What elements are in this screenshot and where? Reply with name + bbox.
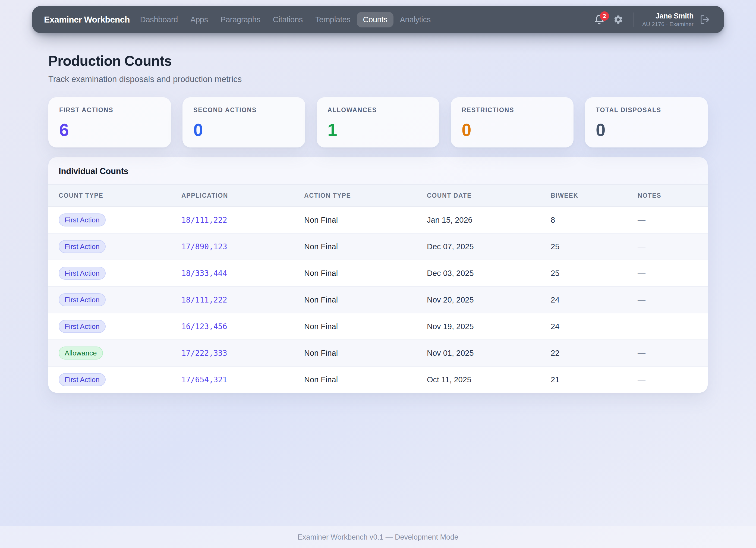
stat-label: FIRST ACTIONS bbox=[59, 106, 160, 114]
application-link[interactable]: 18/111,222 bbox=[181, 295, 227, 304]
main-content: Production Counts Track examination disp… bbox=[48, 33, 708, 393]
page-title: Production Counts bbox=[48, 53, 708, 69]
biweek-cell: 25 bbox=[540, 260, 627, 286]
table-row: First Action 16/123,456 Non Final Nov 19… bbox=[48, 313, 708, 340]
nav-item-citations[interactable]: Citations bbox=[267, 12, 309, 27]
count-date-cell: Jan 15, 2026 bbox=[417, 207, 540, 233]
count-type-badge: First Action bbox=[59, 213, 106, 226]
user-info[interactable]: Jane Smith AU 2176 · Examiner bbox=[642, 11, 694, 28]
biweek-cell: 8 bbox=[540, 207, 627, 233]
user-name: Jane Smith bbox=[642, 11, 694, 21]
logout-button[interactable] bbox=[698, 12, 712, 27]
biweek-cell: 24 bbox=[540, 313, 627, 340]
application-link[interactable]: 17/222,333 bbox=[181, 349, 227, 358]
notes-cell: — bbox=[627, 340, 708, 366]
top-nav: Examiner Workbench DashboardAppsParagrap… bbox=[32, 6, 724, 33]
stat-card-first-actions: FIRST ACTIONS 6 bbox=[48, 97, 171, 147]
stat-value: 6 bbox=[59, 121, 160, 139]
action-type-cell: Non Final bbox=[294, 286, 417, 313]
notes-cell: — bbox=[627, 313, 708, 340]
table-header-row: COUNT TYPEAPPLICATIONACTION TYPECOUNT DA… bbox=[48, 185, 708, 207]
logout-icon bbox=[700, 14, 710, 25]
stat-card-restrictions: RESTRICTIONS 0 bbox=[451, 97, 574, 147]
count-type-badge: First Action bbox=[59, 373, 106, 386]
page-subtitle: Track examination disposals and producti… bbox=[48, 74, 708, 84]
nav-item-counts[interactable]: Counts bbox=[357, 12, 393, 27]
notes-cell: — bbox=[627, 286, 708, 313]
column-header-application: APPLICATION bbox=[171, 185, 294, 207]
count-type-badge: First Action bbox=[59, 267, 106, 280]
nav-item-dashboard[interactable]: Dashboard bbox=[134, 12, 184, 27]
table-row: First Action 18/111,222 Non Final Nov 20… bbox=[48, 286, 708, 313]
counts-table: COUNT TYPEAPPLICATIONACTION TYPECOUNT DA… bbox=[48, 184, 708, 393]
nav-item-analytics[interactable]: Analytics bbox=[394, 12, 437, 27]
application-link[interactable]: 18/333,444 bbox=[181, 269, 227, 278]
count-date-cell: Oct 11, 2025 bbox=[417, 366, 540, 393]
stat-value: 1 bbox=[327, 121, 429, 139]
count-date-cell: Dec 03, 2025 bbox=[417, 260, 540, 286]
stat-value: 0 bbox=[462, 121, 563, 139]
stat-label: TOTAL DISPOSALS bbox=[596, 106, 697, 114]
action-type-cell: Non Final bbox=[294, 366, 417, 393]
count-date-cell: Nov 01, 2025 bbox=[417, 340, 540, 366]
application-link[interactable]: 18/111,222 bbox=[181, 216, 227, 225]
table-title: Individual Counts bbox=[59, 166, 697, 176]
column-header-count-type: COUNT TYPE bbox=[48, 185, 171, 207]
count-type-badge: First Action bbox=[59, 320, 106, 333]
count-date-cell: Nov 19, 2025 bbox=[417, 313, 540, 340]
notes-cell: — bbox=[627, 233, 708, 260]
stat-value: 0 bbox=[193, 121, 294, 139]
user-meta: AU 2176 · Examiner bbox=[642, 21, 694, 28]
column-header-count-date: COUNT DATE bbox=[417, 185, 540, 207]
table-row: First Action 17/890,123 Non Final Dec 07… bbox=[48, 233, 708, 260]
biweek-cell: 22 bbox=[540, 340, 627, 366]
stat-label: ALLOWANCES bbox=[327, 106, 429, 114]
nav-links: DashboardAppsParagraphsCitationsTemplate… bbox=[134, 12, 437, 27]
notes-cell: — bbox=[627, 366, 708, 393]
table-card-header: Individual Counts bbox=[48, 157, 708, 184]
gear-icon bbox=[613, 15, 623, 24]
application-link[interactable]: 17/890,123 bbox=[181, 242, 227, 251]
stat-card-allowances: ALLOWANCES 1 bbox=[317, 97, 439, 147]
footer-text: Examiner Workbench v0.1 — Development Mo… bbox=[298, 533, 458, 541]
action-type-cell: Non Final bbox=[294, 207, 417, 233]
action-type-cell: Non Final bbox=[294, 340, 417, 366]
application-link[interactable]: 17/654,321 bbox=[181, 375, 227, 384]
notes-cell: — bbox=[627, 207, 708, 233]
count-type-badge: First Action bbox=[59, 240, 106, 253]
action-type-cell: Non Final bbox=[294, 260, 417, 286]
column-header-notes: NOTES bbox=[627, 185, 708, 207]
column-header-biweek: BIWEEK bbox=[540, 185, 627, 207]
stat-label: RESTRICTIONS bbox=[462, 106, 563, 114]
table-row: Allowance 17/222,333 Non Final Nov 01, 2… bbox=[48, 340, 708, 366]
nav-item-apps[interactable]: Apps bbox=[184, 12, 214, 27]
stat-label: SECOND ACTIONS bbox=[193, 106, 294, 114]
count-type-badge: Allowance bbox=[59, 347, 103, 360]
app-title: Examiner Workbench bbox=[44, 15, 130, 25]
count-date-cell: Dec 07, 2025 bbox=[417, 233, 540, 260]
stat-value: 0 bbox=[596, 121, 697, 139]
biweek-cell: 21 bbox=[540, 366, 627, 393]
application-link[interactable]: 16/123,456 bbox=[181, 322, 227, 331]
count-date-cell: Nov 20, 2025 bbox=[417, 286, 540, 313]
nav-divider bbox=[634, 12, 634, 27]
biweek-cell: 25 bbox=[540, 233, 627, 260]
table-row: First Action 18/333,444 Non Final Dec 03… bbox=[48, 260, 708, 286]
individual-counts-card: Individual Counts COUNT TYPEAPPLICATIONA… bbox=[48, 157, 708, 393]
action-type-cell: Non Final bbox=[294, 313, 417, 340]
notes-cell: — bbox=[627, 260, 708, 286]
action-type-cell: Non Final bbox=[294, 233, 417, 260]
biweek-cell: 24 bbox=[540, 286, 627, 313]
settings-button[interactable] bbox=[611, 12, 625, 27]
notification-badge: 2 bbox=[600, 11, 609, 21]
stat-card-total-disposals: TOTAL DISPOSALS 0 bbox=[585, 97, 708, 147]
table-row: First Action 17/654,321 Non Final Oct 11… bbox=[48, 366, 708, 393]
stat-card-second-actions: SECOND ACTIONS 0 bbox=[182, 97, 305, 147]
stats-row: FIRST ACTIONS 6 SECOND ACTIONS 0 ALLOWAN… bbox=[48, 97, 708, 147]
column-header-action-type: ACTION TYPE bbox=[294, 185, 417, 207]
nav-right: 2 Jane Smith AU 2176 · Examiner bbox=[592, 11, 712, 28]
notifications-button[interactable]: 2 bbox=[592, 12, 606, 27]
footer: Examiner Workbench v0.1 — Development Mo… bbox=[0, 526, 756, 548]
nav-item-paragraphs[interactable]: Paragraphs bbox=[215, 12, 266, 27]
nav-item-templates[interactable]: Templates bbox=[309, 12, 356, 27]
